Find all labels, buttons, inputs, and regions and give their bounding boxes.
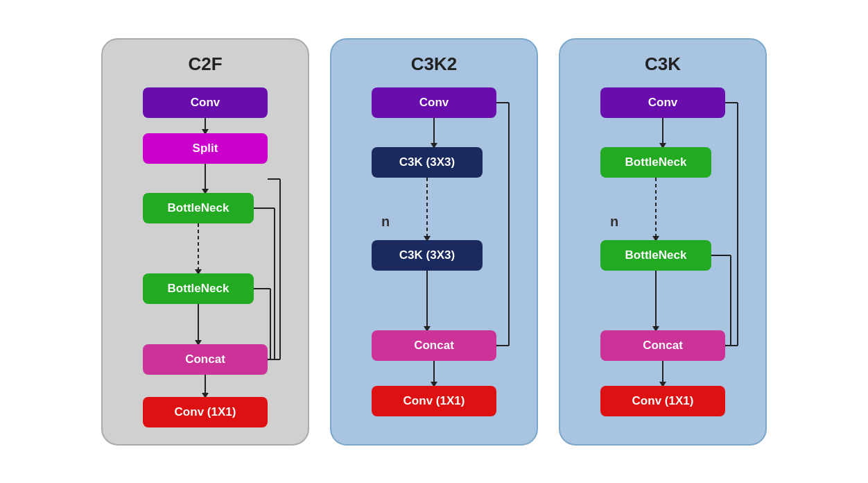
c3k2-c3k2-block: C3K (3X3) [372, 240, 483, 271]
c3k2-concat-block: Concat [372, 330, 496, 361]
c2f-concat-block: Concat [143, 344, 268, 375]
c3k-title: C3K [645, 53, 681, 75]
diagrams-container: C2F Conv Split BottleNeck BottleNeck Con… [87, 24, 781, 459]
c3k-bottleneck1-block: BottleNeck [600, 147, 711, 178]
c2f-bottleneck2-block: BottleNeck [143, 273, 254, 304]
c3k2-diagram: C3K2 Conv C3K (3X3) n C3K (3X3) Concat [330, 38, 538, 446]
c3k-conv-block: Conv [600, 87, 725, 118]
c2f-title: C2F [188, 53, 222, 75]
c3k-concat-block: Concat [600, 330, 725, 361]
c3k2-conv1x1-block: Conv (1X1) [372, 386, 496, 416]
c3k2-title: C3K2 [411, 53, 457, 75]
c2f-diagram: C2F Conv Split BottleNeck BottleNeck Con… [101, 38, 309, 446]
c3k2-conv-block: Conv [372, 87, 496, 118]
c3k-flow: Conv BottleNeck n BottleNeck Concat Conv… [580, 87, 746, 427]
c3k-conv1x1-block: Conv (1X1) [600, 386, 725, 416]
c2f-conv-block: Conv [143, 87, 268, 118]
c3k-diagram: C3K Conv BottleNeck n BottleNeck Concat [559, 38, 767, 446]
c2f-split-block: Split [143, 133, 268, 164]
c2f-bottleneck1-block: BottleNeck [143, 193, 254, 223]
c2f-flow: Conv Split BottleNeck BottleNeck Concat … [122, 87, 288, 427]
c3k-bottleneck2-block: BottleNeck [600, 240, 711, 271]
c3k2-c3k1-block: C3K (3X3) [372, 147, 483, 178]
c2f-conv1x1-block: Conv (1X1) [143, 397, 268, 427]
c3k2-flow: Conv C3K (3X3) n C3K (3X3) Concat Conv (… [351, 87, 517, 427]
